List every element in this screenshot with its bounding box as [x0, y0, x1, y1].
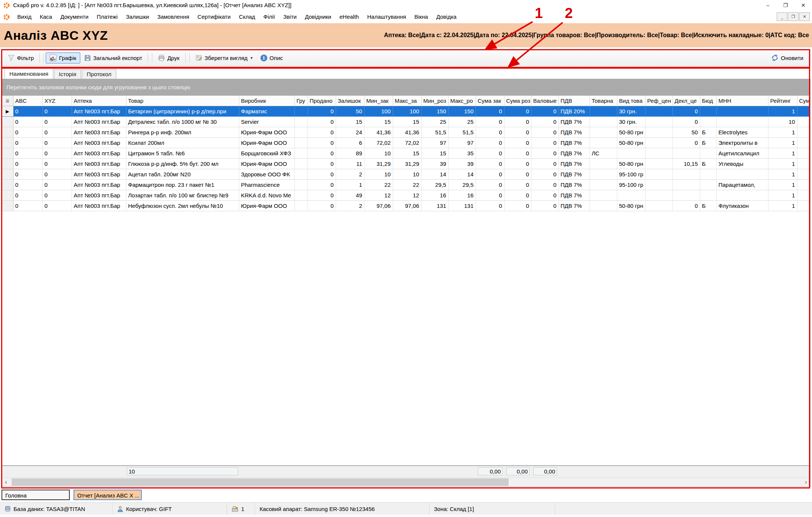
table-cell[interactable]: 39	[421, 159, 448, 169]
table-cell[interactable]: 0	[531, 148, 558, 159]
table-cell[interactable]	[294, 169, 308, 180]
tab-1[interactable]: Наименования	[5, 68, 53, 79]
table-cell[interactable]: 0	[42, 201, 72, 211]
menu-item-4[interactable]: Платежі	[93, 14, 122, 20]
table-cell[interactable]: 0	[476, 169, 504, 180]
table-cell[interactable]: 0	[308, 127, 336, 138]
table-cell[interactable]: 11	[336, 159, 364, 169]
column-header-8[interactable]: Залишок	[336, 96, 364, 106]
toolbar-button-4[interactable]: Загальний експорт	[80, 53, 146, 63]
table-cell[interactable]: 0	[308, 117, 336, 127]
table-row[interactable]: 00Апт №003 пгт.БарАцетал табл. 200мг N20…	[2, 169, 810, 180]
table-cell[interactable]: Глюкоза р-р д/инф. 5% бут. 200 мл	[126, 159, 239, 169]
table-cell[interactable]	[645, 159, 672, 169]
table-cell[interactable]: 0	[42, 180, 72, 190]
table-cell[interactable]: 0	[504, 117, 531, 127]
table-cell[interactable]: 0	[308, 190, 336, 201]
table-cell[interactable]	[590, 201, 617, 211]
column-header-17[interactable]: Товарна	[590, 96, 617, 106]
table-cell[interactable]: Апт №003 пгт.Бар	[72, 159, 126, 169]
menu-item-7[interactable]: Сертифікати	[194, 14, 235, 20]
table-cell[interactable]: 0	[308, 201, 336, 211]
table-cell[interactable]: 1	[768, 159, 797, 169]
table-cell[interactable]: 10,15	[672, 159, 700, 169]
table-cell[interactable]	[590, 190, 617, 201]
table-cell[interactable]: Небуфлюзон сусп. 2мл небулы №10	[126, 201, 239, 211]
column-header-23[interactable]: Рейтинг	[768, 96, 797, 106]
table-cell[interactable]: 12	[393, 190, 421, 201]
table-cell[interactable]: 100	[364, 106, 393, 117]
table-cell[interactable]: Детралекс табл. п/о 1000 мг № 30	[126, 117, 239, 127]
menu-item-2[interactable]: Каса	[36, 14, 56, 20]
column-header-16[interactable]: ПДВ	[558, 96, 590, 106]
table-cell[interactable]: 131	[448, 201, 476, 211]
table-cell[interactable]: 50-80 грн	[617, 201, 645, 211]
menu-item-10[interactable]: Звіти	[279, 14, 301, 20]
table-cell[interactable]: 0	[308, 159, 336, 169]
table-cell[interactable]: Бетаргин (цитраргинин) р-р д/пер.при	[126, 106, 239, 117]
table-cell[interactable]: 97	[421, 138, 448, 148]
table-cell[interactable]: ПДВ 7%	[558, 127, 590, 138]
table-cell[interactable]	[294, 190, 308, 201]
table-cell[interactable]	[590, 106, 617, 117]
table-cell[interactable]: 50-80 грн	[617, 138, 645, 148]
table-cell[interactable]: 0	[504, 106, 531, 117]
table-cell[interactable]: 95-100 гр	[617, 180, 645, 190]
table-cell[interactable]: 0	[308, 169, 336, 180]
table-cell[interactable]: 50-80 грн	[617, 159, 645, 169]
table-cell[interactable]	[590, 169, 617, 180]
scrollbar-thumb[interactable]	[12, 478, 509, 486]
table-cell[interactable]: 41,36	[393, 127, 421, 138]
table-cell[interactable]: Парацетамол,	[716, 180, 768, 190]
table-cell[interactable]: Углеводы	[716, 159, 768, 169]
table-cell[interactable]: 0	[308, 138, 336, 148]
table-cell[interactable]: 0	[42, 169, 72, 180]
table-cell[interactable]: 1	[768, 180, 797, 190]
scroll-left-icon[interactable]: ‹	[2, 478, 10, 487]
column-header-20[interactable]: Декл_це	[672, 96, 700, 106]
table-cell[interactable]: Electrolytes	[716, 127, 768, 138]
window-mdi-restore-icon[interactable]: ❐	[788, 12, 798, 21]
toolbar-button-9[interactable]: iОпис	[257, 53, 287, 63]
table-cell[interactable]: Апт №003 пгт.Бар	[72, 117, 126, 127]
table-cell[interactable]	[617, 148, 645, 159]
chevron-down-icon[interactable]: ▾	[251, 56, 253, 60]
table-cell[interactable]: Servier	[239, 117, 294, 127]
column-header-13[interactable]: Сума зак	[476, 96, 504, 106]
table-cell[interactable]	[672, 190, 700, 201]
table-cell[interactable]: Ацетал табл. 200мг N20	[126, 169, 239, 180]
table-cell[interactable]: 95-100 гр	[617, 169, 645, 180]
table-cell[interactable]: 1	[768, 201, 797, 211]
table-cell[interactable]: 0	[13, 148, 42, 159]
table-cell[interactable]: 30 грн.	[617, 117, 645, 127]
column-header-7[interactable]: Продано	[308, 96, 336, 106]
table-cell[interactable]	[645, 117, 672, 127]
table-cell[interactable]: 0	[672, 138, 700, 148]
table-cell[interactable]	[590, 138, 617, 148]
column-header-3[interactable]: Аптека	[72, 96, 126, 106]
table-row[interactable]: 00Апт №003 пгт.БарДетралекс табл. п/о 10…	[2, 117, 810, 127]
table-cell[interactable]: 22	[364, 180, 393, 190]
table-cell[interactable]: 0	[13, 190, 42, 201]
menu-item-1[interactable]: Вихід	[13, 14, 36, 20]
table-cell[interactable]: 0	[13, 106, 42, 117]
column-header-4[interactable]: Товар	[126, 96, 239, 106]
table-cell[interactable]: 0	[308, 180, 336, 190]
table-row[interactable]: 00Апт №003 пгт.БарЛозартан табл. п/о 100…	[2, 190, 810, 201]
table-cell[interactable]: 25	[448, 117, 476, 127]
table-cell[interactable]: Ксилат 200мл	[126, 138, 239, 148]
table-cell[interactable]	[645, 106, 672, 117]
table-cell[interactable]: 50	[336, 106, 364, 117]
table-cell[interactable]: 89	[336, 148, 364, 159]
table-cell[interactable]: Здоровье ООО ФК	[239, 169, 294, 180]
column-header-19[interactable]: Реф_цен	[645, 96, 672, 106]
table-cell[interactable]: 1	[336, 180, 364, 190]
table-cell[interactable]: 150	[448, 106, 476, 117]
tab-2[interactable]: Історія	[54, 69, 81, 79]
table-cell[interactable]: 0	[13, 117, 42, 127]
table-cell[interactable]: 51,5	[421, 127, 448, 138]
table-cell[interactable]: 15	[421, 148, 448, 159]
table-cell[interactable]: Б	[700, 127, 716, 138]
table-cell[interactable]	[645, 180, 672, 190]
table-cell[interactable]: 0	[42, 117, 72, 127]
